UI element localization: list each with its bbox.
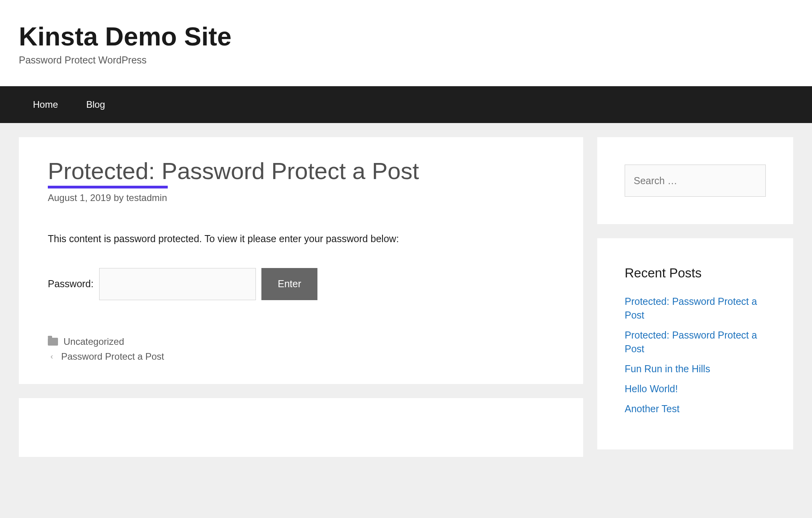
recent-post-link[interactable]: Protected: Password Protect a Post xyxy=(625,330,757,354)
password-form: Password: Enter xyxy=(48,268,554,300)
list-item: Another Test xyxy=(625,402,766,416)
recent-posts-list: Protected: Password Protect a Post Prote… xyxy=(625,295,766,416)
sidebar: Recent Posts Protected: Password Protect… xyxy=(597,137,793,449)
post-title: Protected: Password Protect a Post xyxy=(48,158,419,185)
site-header: Kinsta Demo Site Password Protect WordPr… xyxy=(0,0,812,86)
spacer-card xyxy=(19,398,583,457)
post-card: Protected: Password Protect a Post Augus… xyxy=(19,137,583,384)
list-item: Protected: Password Protect a Post xyxy=(625,328,766,356)
folder-icon xyxy=(48,338,58,346)
main-nav: Home Blog xyxy=(0,86,812,123)
recent-posts-title: Recent Posts xyxy=(625,266,766,281)
post-author: testadmin xyxy=(126,192,167,203)
search-widget xyxy=(597,137,793,224)
prev-post-link[interactable]: Password Protect a Post xyxy=(61,351,164,362)
recent-post-link[interactable]: Another Test xyxy=(625,403,680,414)
site-description: Password Protect WordPress xyxy=(19,54,793,66)
post-date: August 1, 2019 xyxy=(48,192,111,203)
site-title[interactable]: Kinsta Demo Site xyxy=(19,23,793,51)
post-footer: Uncategorized ‹ Password Protect a Post xyxy=(48,336,554,362)
byline-prefix: by xyxy=(114,192,123,203)
prev-post-row: ‹ Password Protect a Post xyxy=(48,351,554,362)
list-item: Fun Run in the Hills xyxy=(625,362,766,376)
post-body: This content is password protected. To v… xyxy=(48,232,554,246)
post-meta: August 1, 2019 by testadmin xyxy=(48,192,554,203)
site-content: Protected: Password Protect a Post Augus… xyxy=(0,123,812,471)
category-link[interactable]: Uncategorized xyxy=(63,336,124,347)
recent-posts-widget: Recent Posts Protected: Password Protect… xyxy=(597,238,793,449)
enter-button[interactable]: Enter xyxy=(261,268,318,300)
content-area: Protected: Password Protect a Post Augus… xyxy=(19,137,583,456)
post-title-wrap: Protected: Password Protect a Post xyxy=(48,158,554,185)
post-title-underline xyxy=(48,186,168,188)
recent-post-link[interactable]: Fun Run in the Hills xyxy=(625,363,710,374)
password-input[interactable] xyxy=(99,268,256,300)
chevron-left-icon: ‹ xyxy=(48,353,56,360)
recent-post-link[interactable]: Protected: Password Protect a Post xyxy=(625,296,757,321)
list-item: Protected: Password Protect a Post xyxy=(625,295,766,322)
nav-item-home[interactable]: Home xyxy=(19,86,72,123)
nav-item-blog[interactable]: Blog xyxy=(72,86,119,123)
search-input[interactable] xyxy=(625,165,766,197)
category-row: Uncategorized xyxy=(48,336,554,347)
list-item: Hello World! xyxy=(625,382,766,396)
password-label: Password: xyxy=(48,278,94,290)
recent-post-link[interactable]: Hello World! xyxy=(625,383,678,394)
